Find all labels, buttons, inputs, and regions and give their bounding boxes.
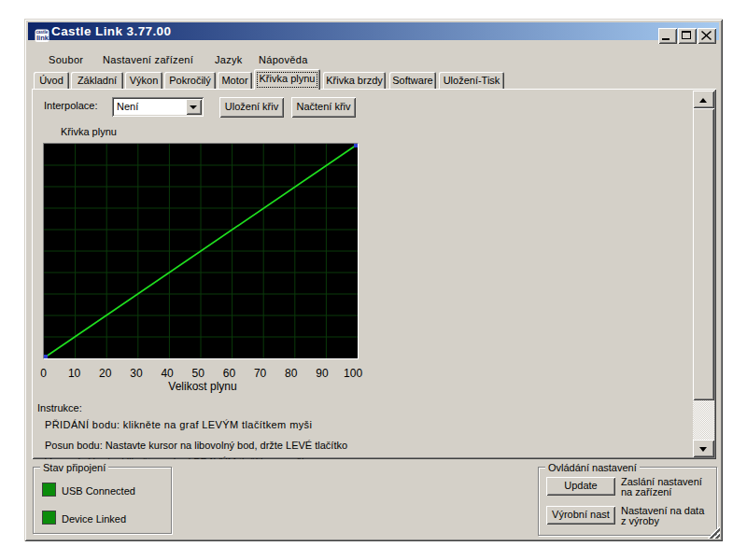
svg-text:link: link — [36, 34, 49, 42]
